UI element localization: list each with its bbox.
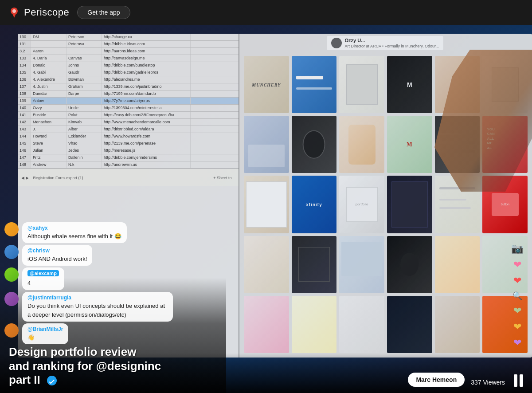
pause-bar-left — [514, 374, 517, 387]
reaction-heart-red: ❤ — [513, 275, 521, 287]
comment-avatar — [4, 323, 19, 338]
stream-title: Design portfolio review and ranking for … — [9, 345, 408, 387]
username-badge: @alexcamp — [27, 270, 59, 276]
reaction-search-icon: 🔍 — [512, 291, 522, 301]
top-bar: Periscope Get the app — [0, 0, 532, 25]
portfolio-thumb — [244, 116, 289, 173]
reaction-camera-icon: 📷 — [511, 243, 523, 255]
comment-item: @BrianMillsJr 👋 — [4, 323, 191, 344]
reaction-heart-pink: ❤ — [513, 259, 521, 271]
pause-button[interactable] — [514, 374, 523, 387]
portfolio-thumb: MUNCHERY — [244, 56, 289, 113]
portfolio-thumb — [339, 236, 384, 293]
comment-username: @justinmfarrugia — [27, 295, 168, 301]
comments-overlay: @xahyx Although whale seems fine with it… — [0, 25, 195, 349]
portfolio-thumb — [435, 236, 480, 293]
comment-item: @chrisw iOS AND Android work! — [4, 245, 191, 266]
video-container: 130DMPetersonhttp://change.ca 131Peteros… — [0, 25, 532, 393]
portfolio-thumb — [292, 116, 337, 173]
comment-bubble: @alexcamp 4 — [22, 267, 64, 290]
comment-text: Although whale seems fine with it 😂 — [27, 233, 121, 240]
reaction-heart-green: ❤ — [513, 305, 521, 317]
portfolio-thumb — [387, 296, 432, 353]
portfolio-thumb — [339, 56, 384, 113]
comment-username: @alexcamp — [27, 270, 59, 276]
hand-overlay — [434, 50, 532, 192]
portfolio-thumb: M — [387, 116, 432, 173]
portfolio-thumb — [292, 236, 337, 293]
get-app-button[interactable]: Get the app — [77, 6, 130, 19]
viewers-count: 337 Viewers — [471, 379, 505, 387]
stream-title-line1: Design portfolio review — [9, 345, 137, 358]
comment-username: @xahyx — [27, 225, 121, 231]
comment-avatar — [4, 267, 19, 282]
comment-text: Do you think even UI concepts should be … — [27, 303, 165, 318]
svg-point-1 — [12, 9, 16, 13]
portfolio-thumb — [292, 56, 337, 113]
comment-bubble: @chrisw iOS AND Android work! — [22, 245, 92, 266]
comment-avatar — [4, 222, 19, 236]
app-name: Periscope — [24, 7, 69, 18]
comment-bubble: @justinmfarrugia Do you think even UI co… — [22, 292, 173, 321]
comment-text: iOS AND Android work! — [27, 255, 87, 262]
twitter-verified-icon — [47, 376, 57, 385]
periscope-logo-icon — [8, 6, 20, 19]
comment-avatar — [4, 245, 19, 259]
streamer-button[interactable]: Marc Hemeon — [408, 373, 465, 387]
stream-info: Design portfolio review and ranking for … — [9, 345, 408, 387]
pause-bar-right — [520, 374, 523, 387]
portfolio-thumb — [387, 176, 432, 233]
logo-area: Periscope — [8, 6, 69, 19]
portfolio-thumb — [244, 176, 289, 233]
reaction-heart-yellow: ❤ — [513, 321, 521, 333]
reaction-heart-purple: ❤ — [513, 337, 521, 349]
portfolio-thumb: xfinity — [292, 176, 337, 233]
comment-avatar — [4, 292, 19, 306]
comment-item: @justinmfarrugia Do you think even UI co… — [4, 292, 191, 321]
portfolio-thumb — [339, 116, 384, 173]
comment-item: @alexcamp 4 — [4, 267, 191, 290]
portfolio-thumb — [292, 296, 337, 353]
stream-title-line2: and ranking for @designinc — [9, 359, 161, 373]
comment-item: @xahyx Although whale seems fine with it… — [4, 222, 191, 243]
comment-username: @BrianMillsJr — [27, 326, 63, 332]
portfolio-thumb — [339, 296, 384, 353]
portfolio-thumb — [244, 296, 289, 353]
stream-title-line3: part II — [9, 373, 40, 386]
comment-text: 4 — [27, 280, 31, 287]
comment-username: @chrisw — [27, 248, 87, 254]
bottom-bar: Design portfolio review and ranking for … — [0, 353, 532, 393]
comment-bubble: @xahyx Although whale seems fine with it… — [22, 222, 127, 243]
portfolio-thumb — [387, 236, 432, 293]
comment-bubble: @BrianMillsJr 👋 — [22, 323, 68, 344]
floating-reactions: 📷 ❤ ❤ 🔍 ❤ ❤ ❤ — [511, 243, 523, 349]
portfolio-thumb — [244, 236, 289, 293]
profile-area: Ozzy U... Art Director at ARCA • Formall… — [327, 36, 443, 50]
comment-text: 👋 — [27, 334, 35, 341]
portfolio-thumb: portfolio — [339, 176, 384, 233]
portfolio-thumb — [435, 296, 480, 353]
portfolio-thumb: M — [387, 56, 432, 113]
